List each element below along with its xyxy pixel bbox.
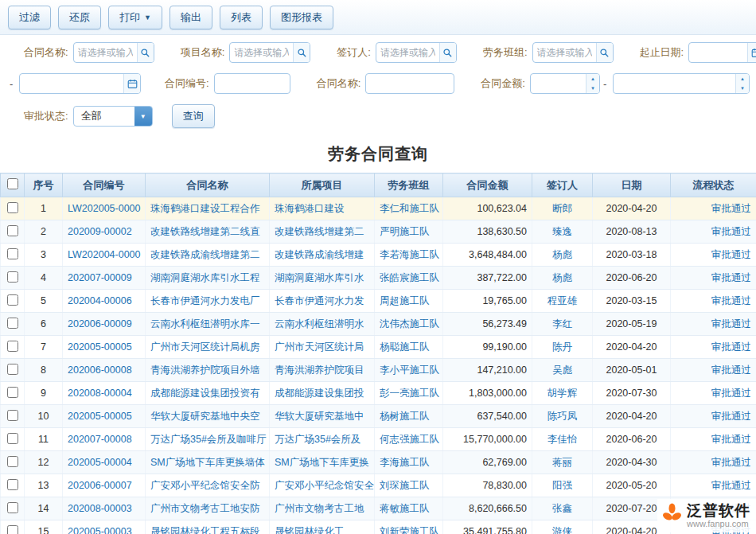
cell-signer[interactable]: 胡学辉 <box>532 382 593 405</box>
search-icon[interactable] <box>596 43 613 62</box>
cell-project-name[interactable]: 广州市文物考古工地 <box>270 497 375 520</box>
cell-signer[interactable]: 游侠 <box>532 520 593 534</box>
cell-signer[interactable]: 李红 <box>532 313 593 336</box>
cell-contract-name[interactable]: 改建铁路成渝线增建第二 <box>146 244 270 267</box>
export-button[interactable]: 输出 <box>170 6 212 29</box>
contract-name-input[interactable] <box>74 47 137 58</box>
table-row[interactable]: 13 202006-00007 广安邓小平纪念馆安全防 广安邓小平纪念馆安全 刘… <box>1 474 756 497</box>
row-checkbox[interactable] <box>7 248 18 259</box>
cell-labor-team[interactable]: 李仁和施工队 <box>375 197 443 220</box>
calendar-icon[interactable] <box>123 74 140 93</box>
cell-contract-name[interactable]: SM广场地下车库更换墙体 <box>146 451 270 474</box>
column-header-0[interactable]: 序号 <box>25 173 63 197</box>
table-row[interactable]: 7 202005-00005 广州市天河区统计局机房 广州市天河区统计局 杨聪施… <box>1 336 756 359</box>
row-checkbox[interactable] <box>7 479 18 490</box>
date-from-input[interactable] <box>689 47 747 58</box>
table-row[interactable]: 4 202007-00009 湖南洞庭湖水库引水工程 湖南洞庭湖水库引水 张皓宸… <box>1 267 756 290</box>
cell-signer[interactable]: 臻逸 <box>532 220 593 244</box>
cell-project-name[interactable]: 成都能源建设集团投 <box>270 382 375 405</box>
cell-flow-status[interactable]: 审批通过 <box>671 405 756 428</box>
cell-contract-code[interactable]: 202006-00009 <box>63 313 146 336</box>
cell-labor-team[interactable]: 蒋敏施工队 <box>375 497 443 520</box>
cell-labor-team[interactable]: 何志强施工队 <box>375 428 443 451</box>
row-checkbox[interactable] <box>7 225 18 236</box>
cell-labor-team[interactable]: 李海施工队 <box>375 451 443 474</box>
cell-labor-team[interactable]: 沈伟杰施工队 <box>375 313 443 336</box>
cell-contract-name[interactable]: 改建铁路线增建第二线直 <box>146 220 270 244</box>
table-row[interactable]: 5 202004-00006 长春市伊通河水力发电厂 长春市伊通河水力发 周超施… <box>1 290 756 313</box>
table-row[interactable]: 1 LW202005-0000 珠海鹤港口建设工程合作 珠海鹤港口建设 李仁和施… <box>1 197 756 220</box>
cell-contract-code[interactable]: 202005-00005 <box>63 405 146 428</box>
cell-project-name[interactable]: 广安邓小平纪念馆安全 <box>270 474 375 497</box>
query-button[interactable]: 查询 <box>172 104 215 128</box>
cell-flow-status[interactable]: 审批通过 <box>671 313 756 336</box>
cell-signer[interactable]: 断郎 <box>532 197 593 220</box>
table-row[interactable]: 3 LW202004-0000 改建铁路成渝线增建第二 改建铁路成渝线增建 李若… <box>1 244 756 267</box>
table-row[interactable]: 8 202006-00008 青海洪湖养护院项目外墙 青海洪湖养护院项目 李小平… <box>1 359 756 382</box>
cell-project-name[interactable]: 珠海鹤港口建设 <box>270 197 375 220</box>
column-header-3[interactable]: 所属项目 <box>270 173 375 197</box>
cell-project-name[interactable]: 改建铁路线增建第二 <box>270 220 375 244</box>
contract-name2-input[interactable] <box>366 78 454 89</box>
cell-flow-status[interactable]: 审批通过 <box>671 244 756 267</box>
column-header-6[interactable]: 签订人 <box>532 173 593 197</box>
row-checkbox[interactable] <box>7 364 18 375</box>
labor-team-input[interactable] <box>533 47 596 58</box>
cell-contract-name[interactable]: 晟铭园林绿化工程五标段 <box>146 520 270 534</box>
contract-no-input[interactable] <box>215 78 290 89</box>
cell-project-name[interactable]: 湖南洞庭湖水库引水 <box>270 267 375 290</box>
column-header-4[interactable]: 劳务班组 <box>375 173 443 197</box>
cell-signer[interactable]: 陈丹 <box>532 336 593 359</box>
table-row[interactable]: 2 202009-00002 改建铁路线增建第二线直 改建铁路线增建第二 严明施… <box>1 220 756 244</box>
cell-signer[interactable]: 程亚雄 <box>532 290 593 313</box>
search-icon[interactable] <box>137 43 154 62</box>
cell-contract-code[interactable]: 202007-00008 <box>63 428 146 451</box>
stepper-down-icon[interactable]: ▼ <box>736 84 749 93</box>
cell-contract-name[interactable]: 珠海鹤港口建设工程合作 <box>146 197 270 220</box>
cell-contract-code[interactable]: 202004-00006 <box>63 290 146 313</box>
graph-report-button[interactable]: 图形报表 <box>270 6 333 29</box>
cell-signer[interactable]: 杨彪 <box>532 267 593 290</box>
date-to-input[interactable] <box>20 78 123 89</box>
cell-signer[interactable]: 陈巧凤 <box>532 405 593 428</box>
cell-contract-name[interactable]: 广安邓小平纪念馆安全防 <box>146 474 270 497</box>
cell-signer[interactable]: 蒋丽 <box>532 451 593 474</box>
cell-project-name[interactable]: 广州市天河区统计局 <box>270 336 375 359</box>
filter-button[interactable]: 过滤 <box>8 6 51 29</box>
column-header-5[interactable]: 合同金额 <box>443 173 532 197</box>
row-checkbox[interactable] <box>7 410 18 421</box>
row-checkbox[interactable] <box>7 318 18 329</box>
table-row[interactable]: 12 202005-00004 SM广场地下车库更换墙体 SM广场地下车库更换 … <box>1 451 756 474</box>
cell-contract-code[interactable]: 202005-00004 <box>63 451 146 474</box>
row-checkbox[interactable] <box>7 525 18 534</box>
cell-contract-name[interactable]: 云南水利枢纽潜明水库一 <box>146 313 270 336</box>
cell-project-name[interactable]: 改建铁路成渝线增建 <box>270 244 375 267</box>
cell-labor-team[interactable]: 刘新荣施工队 <box>375 520 443 534</box>
calendar-icon[interactable] <box>747 43 756 62</box>
number-stepper[interactable]: ▲▼ <box>586 74 599 93</box>
cell-contract-code[interactable]: 202007-00009 <box>63 267 146 290</box>
cell-signer[interactable]: 吴彪 <box>532 359 593 382</box>
project-name-input[interactable] <box>230 47 293 58</box>
cell-contract-code[interactable]: LW202005-0000 <box>63 197 146 220</box>
stepper-up-icon[interactable]: ▲ <box>736 74 749 84</box>
signer-input[interactable] <box>376 47 439 58</box>
cell-signer[interactable]: 张鑫 <box>532 497 593 520</box>
table-row[interactable]: 10 202005-00005 华软大厦研究基地中央空 华软大厦研究基地中 杨树… <box>1 405 756 428</box>
cell-flow-status[interactable]: 审批通过 <box>671 428 756 451</box>
row-checkbox[interactable] <box>7 387 18 398</box>
cell-flow-status[interactable]: 审批通过 <box>671 474 756 497</box>
restore-button[interactable]: 还原 <box>58 6 101 29</box>
cell-contract-code[interactable]: 202005-00003 <box>63 520 146 534</box>
table-row[interactable]: 15 202005-00003 晟铭园林绿化工程五标段 晟铭园林绿化工 刘新荣施… <box>1 520 756 534</box>
cell-project-name[interactable]: 青海洪湖养护院项目 <box>270 359 375 382</box>
cell-flow-status[interactable]: 审批通过 <box>671 267 756 290</box>
cell-labor-team[interactable]: 张皓宸施工队 <box>375 267 443 290</box>
cell-labor-team[interactable]: 杨树施工队 <box>375 405 443 428</box>
cell-project-name[interactable]: 长春市伊通河水力发 <box>270 290 375 313</box>
cell-contract-code[interactable]: LW202004-0000 <box>63 244 146 267</box>
cell-labor-team[interactable]: 杨聪施工队 <box>375 336 443 359</box>
cell-contract-name[interactable]: 成都能源建设集团投资有 <box>146 382 270 405</box>
cell-contract-name[interactable]: 万达广场35#会所及咖啡厅 <box>146 428 270 451</box>
table-row[interactable]: 9 202008-00004 成都能源建设集团投资有 成都能源建设集团投 彭一亮… <box>1 382 756 405</box>
